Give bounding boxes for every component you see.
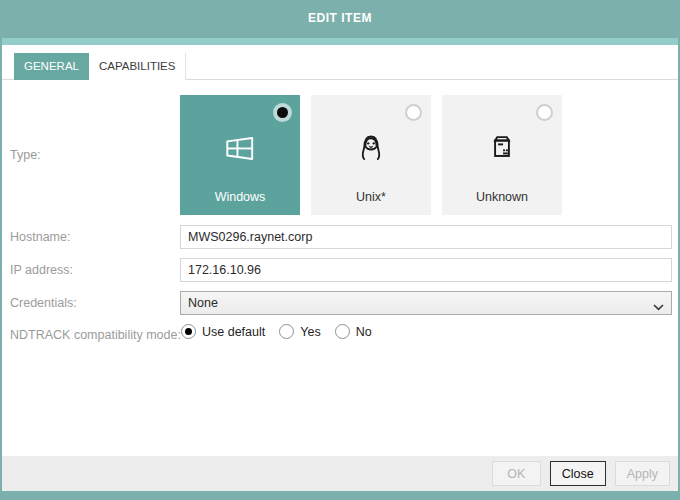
ndtrack-option-label: Use default — [202, 325, 265, 339]
ndtrack-option-no[interactable]: No — [335, 324, 372, 339]
radio-unselected-icon[interactable] — [405, 104, 422, 121]
radio-unselected-icon[interactable] — [279, 324, 294, 339]
unknown-box-icon — [442, 131, 562, 165]
ndtrack-option-yes[interactable]: Yes — [279, 324, 320, 339]
ip-address-label: IP address: — [10, 263, 73, 277]
ndtrack-label: NDTRACK compatibility mode: — [10, 328, 181, 342]
type-card-label: Windows — [180, 190, 300, 204]
type-card-label: Unix* — [311, 190, 431, 204]
hostname-label: Hostname: — [10, 230, 70, 244]
titlebar-accent-strip — [0, 38, 680, 45]
type-card-windows[interactable]: Windows — [180, 95, 300, 215]
ndtrack-option-label: Yes — [300, 325, 320, 339]
window-border-left — [0, 0, 2, 500]
footer-bar: OK Close Apply — [2, 456, 678, 491]
ndtrack-option-use-default[interactable]: Use default — [181, 324, 265, 339]
type-card-group: Windows Unix* — [180, 95, 562, 215]
tab-capabilities[interactable]: CAPABILITIES — [89, 53, 186, 80]
type-card-unknown[interactable]: Unknown — [442, 95, 562, 215]
ok-button[interactable]: OK — [492, 461, 541, 486]
hostname-input[interactable] — [180, 225, 672, 249]
titlebar: EDIT ITEM — [0, 0, 680, 38]
credentials-selected-value: None — [188, 296, 218, 310]
type-label: Type: — [10, 148, 41, 162]
window-bottom-strip — [0, 491, 680, 500]
credentials-select[interactable]: None — [180, 291, 672, 315]
close-button[interactable]: Close — [550, 461, 606, 486]
apply-button[interactable]: Apply — [615, 461, 670, 486]
credentials-label: Credentials: — [10, 296, 77, 310]
tux-penguin-icon — [311, 131, 431, 165]
tab-general[interactable]: GENERAL — [14, 53, 89, 80]
tab-bar: GENERAL CAPABILITIES — [2, 53, 678, 80]
radio-selected-icon[interactable] — [273, 103, 292, 122]
dialog-title: EDIT ITEM — [0, 0, 680, 36]
chevron-down-icon — [653, 300, 664, 314]
radio-selected-icon[interactable] — [181, 324, 196, 339]
radio-unselected-icon[interactable] — [536, 104, 553, 121]
windows-logo-icon — [180, 131, 300, 167]
ndtrack-radio-group: Use default Yes No — [181, 324, 386, 339]
type-card-unix[interactable]: Unix* — [311, 95, 431, 215]
ndtrack-option-label: No — [356, 325, 372, 339]
ip-address-input[interactable] — [180, 258, 672, 282]
type-card-label: Unknown — [442, 190, 562, 204]
edit-item-dialog: EDIT ITEM ✕ GENERAL CAPABILITIES Type: W… — [0, 0, 680, 500]
radio-unselected-icon[interactable] — [335, 324, 350, 339]
